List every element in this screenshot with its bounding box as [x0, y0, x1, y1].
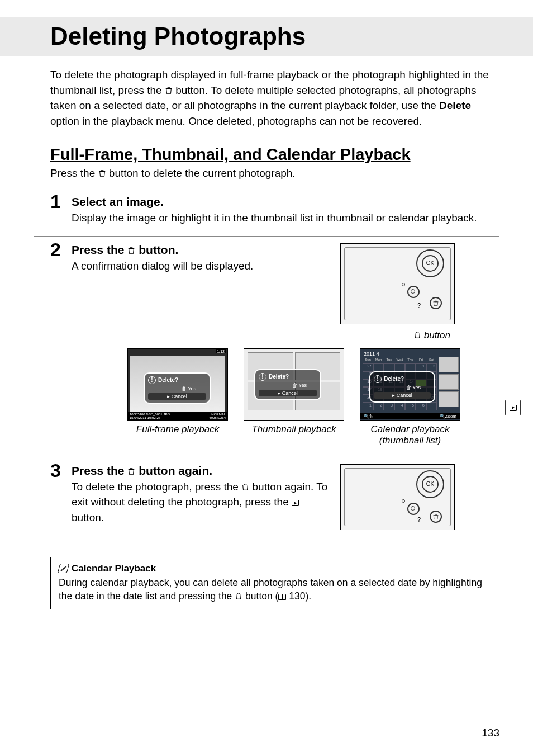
step3-title-a: Press the	[72, 464, 127, 477]
step-number: 1	[50, 191, 61, 212]
note-text-b: button (	[242, 590, 278, 602]
trash-button-icon	[430, 297, 442, 309]
playback-icon	[510, 405, 517, 411]
step-desc: Display the image or highlight it in the…	[72, 210, 499, 226]
calendar-caption: Calendar playback(thumbnail list)	[360, 424, 460, 447]
section-title: Full-Frame, Thumbnail, and Calendar Play…	[34, 145, 499, 164]
trash-icon	[241, 483, 249, 491]
dot-icon	[402, 499, 405, 503]
book-icon	[278, 594, 286, 600]
note-page-ref: 130).	[286, 590, 311, 602]
camera-illustration: OK ?	[340, 464, 455, 530]
thumbnail-caption: Thumbnail playback	[244, 424, 344, 435]
camera-illustration: OK ?	[340, 243, 455, 324]
zoom-icon	[407, 286, 420, 298]
trash-icon	[127, 467, 135, 475]
yes-option: 🗑 Yes	[374, 385, 421, 390]
note-icon	[58, 564, 70, 573]
step-1: 1 Select an image. Display the image or …	[34, 188, 499, 236]
delete-question: Delete?	[158, 377, 178, 383]
step-2: 2 Press the button. A confirmation dialo…	[34, 236, 499, 457]
yes-option: 🗑 Yes	[148, 386, 196, 391]
step3-desc-c: button.	[72, 512, 104, 523]
delete-question: Delete?	[269, 374, 289, 380]
question-mark-icon: ?	[417, 516, 421, 523]
alert-icon: !	[259, 373, 266, 381]
cancel-option: ▸ Cancel	[374, 392, 431, 399]
calendar-day-headers: SunMonTueWedThuFriSat	[363, 358, 437, 361]
section-sub-a: Press the	[50, 167, 98, 179]
cancel-option: ▸ Cancel	[148, 393, 206, 400]
page-number: 133	[482, 727, 499, 739]
ok-label: OK	[422, 255, 439, 272]
image-count: 1/12	[216, 349, 226, 353]
fullframe-caption: Full-frame playback	[127, 424, 228, 435]
step3-title-b: button again.	[135, 464, 212, 477]
calendar-year-month: 2011 4	[364, 351, 379, 357]
playback-icon	[292, 500, 299, 506]
step-title: Select an image.	[72, 195, 499, 209]
ok-button-icon: OK	[416, 249, 444, 277]
ok-label: OK	[422, 476, 439, 493]
trash-icon	[413, 331, 421, 339]
trash-button-icon	[430, 511, 442, 523]
page-title: Deleting Photographs	[0, 17, 533, 56]
section-subtitle: Press the button to delete the current p…	[34, 167, 499, 179]
zoom-icon	[407, 503, 420, 515]
note-text: During calendar playback, you can delete…	[59, 576, 491, 603]
step-number: 2	[50, 239, 61, 261]
section-sub-b: button to delete the current photograph.	[106, 167, 296, 179]
step-desc: To delete the photograph, press the butt…	[72, 479, 329, 526]
thumbnail-illustration: !Delete? 🗑 Yes ▸ Cancel Thumbnail playba…	[244, 348, 344, 447]
note-title: Calendar Playback	[72, 563, 156, 574]
delete-bold: Delete	[439, 100, 471, 111]
dot-icon	[402, 283, 405, 286]
delete-dialog: !Delete? 🗑 Yes ▸ Cancel	[144, 372, 211, 404]
image-footer: 100D5100 DSC_0001 JPG15/04/2011 10:02:27…	[128, 412, 227, 420]
note-box: Calendar Playback During calendar playba…	[50, 557, 499, 609]
trash-icon	[165, 87, 173, 94]
trash-icon	[127, 247, 135, 254]
svg-point-1	[411, 506, 415, 510]
step2-title-a: Press the	[72, 243, 127, 256]
ok-button-icon: OK	[416, 470, 444, 498]
svg-point-0	[411, 289, 415, 293]
calendar-thumbs	[439, 357, 459, 407]
fullframe-illustration: 1/12 !Delete? 🗑 Yes ▸ Cancel 100D5100 DS…	[127, 348, 228, 447]
side-tab-playback-icon	[505, 400, 521, 415]
intro-paragraph: To delete the photograph displayed in fu…	[34, 67, 499, 129]
alert-icon: !	[148, 376, 156, 384]
button-caption-text: button	[421, 330, 450, 341]
step-3: 3 Press the button again. To delete the …	[34, 457, 499, 547]
calendar-illustration: 2011 4 SunMonTueWedThuFriSat 2712 3 1011…	[360, 348, 460, 447]
camera-caption: button	[413, 330, 450, 341]
calendar-bottom-bar: 🔍⇅🔍Zoom	[360, 413, 460, 419]
cancel-option: ▸ Cancel	[259, 390, 317, 396]
intro-text-3: option in the playback menu. Once delete…	[50, 115, 422, 127]
yes-option: 🗑 Yes	[259, 382, 307, 388]
question-mark-icon: ?	[417, 302, 421, 309]
step3-desc-a: To delete the photograph, press the	[72, 481, 241, 493]
delete-question: Delete?	[384, 376, 404, 382]
step2-title-b: button.	[135, 243, 178, 256]
delete-dialog: !Delete? 🗑 Yes ▸ Cancel	[369, 371, 435, 403]
trash-icon	[98, 169, 106, 177]
delete-dialog: !Delete? 🗑 Yes ▸ Cancel	[254, 369, 321, 400]
alert-icon: !	[374, 375, 382, 383]
step-title: Press the button again.	[72, 464, 329, 478]
trash-icon	[235, 592, 242, 600]
